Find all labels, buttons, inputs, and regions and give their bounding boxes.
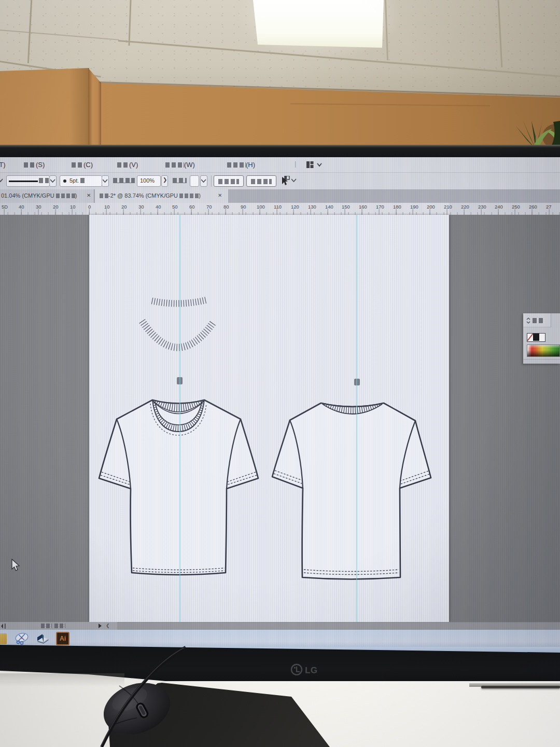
svg-text:LG: LG bbox=[305, 665, 318, 675]
